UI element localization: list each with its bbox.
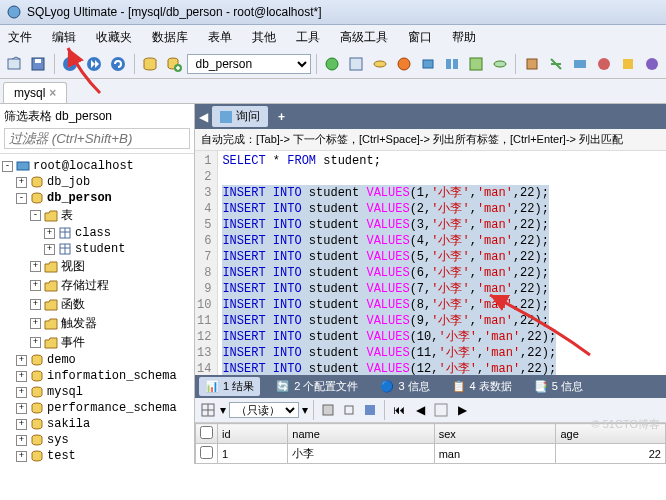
dropdown-icon[interactable]: ▾ bbox=[220, 403, 226, 417]
column-header[interactable]: id bbox=[218, 424, 288, 444]
tool9-icon[interactable] bbox=[521, 53, 542, 75]
menu-item[interactable]: 文件 bbox=[4, 27, 36, 48]
tree-item[interactable]: +事件 bbox=[2, 333, 192, 352]
tree-toggle[interactable]: + bbox=[16, 371, 27, 382]
save-icon[interactable] bbox=[28, 53, 49, 75]
tree-item[interactable]: +class bbox=[2, 225, 192, 241]
tree-item[interactable]: +demo bbox=[2, 352, 192, 368]
svg-rect-2 bbox=[8, 59, 20, 69]
tree-toggle[interactable]: + bbox=[30, 337, 41, 348]
grid2-icon[interactable] bbox=[432, 401, 450, 419]
tool12-icon[interactable] bbox=[593, 53, 614, 75]
tool1-icon[interactable] bbox=[322, 53, 343, 75]
result-tab[interactable]: 📑5 信息 bbox=[528, 377, 589, 396]
tree-item[interactable]: +performance_schema bbox=[2, 400, 192, 416]
tree-item[interactable]: +存储过程 bbox=[2, 276, 192, 295]
connection-tab-mysql[interactable]: mysql × bbox=[3, 82, 67, 103]
tool8-icon[interactable] bbox=[490, 53, 511, 75]
tool14-icon[interactable] bbox=[641, 53, 662, 75]
tool7-icon[interactable] bbox=[466, 53, 487, 75]
tool5-icon[interactable] bbox=[418, 53, 439, 75]
db-icon[interactable] bbox=[140, 53, 161, 75]
tool10-icon[interactable] bbox=[545, 53, 566, 75]
execute-icon[interactable] bbox=[60, 53, 81, 75]
tree-toggle[interactable]: - bbox=[30, 210, 41, 221]
result-tab[interactable]: 📋4 表数据 bbox=[446, 377, 518, 396]
tool3-icon[interactable] bbox=[370, 53, 391, 75]
column-header[interactable]: sex bbox=[434, 424, 556, 444]
grid-cell[interactable]: man bbox=[434, 444, 556, 464]
tree-item[interactable]: +student bbox=[2, 241, 192, 257]
tree-toggle[interactable]: + bbox=[30, 261, 41, 272]
query-history-icon[interactable]: ◀ bbox=[199, 110, 208, 124]
first-icon[interactable]: ⏮ bbox=[390, 401, 408, 419]
menu-item[interactable]: 编辑 bbox=[48, 27, 80, 48]
tree-toggle[interactable]: + bbox=[30, 280, 41, 291]
result-tab[interactable]: 🔵3 信息 bbox=[374, 377, 435, 396]
db-plus-icon[interactable] bbox=[164, 53, 185, 75]
tree-root[interactable]: -root@localhost bbox=[2, 158, 192, 174]
tree-toggle[interactable]: + bbox=[16, 419, 27, 430]
menu-item[interactable]: 表单 bbox=[204, 27, 236, 48]
tree-toggle[interactable]: - bbox=[16, 193, 27, 204]
grid-cell[interactable]: 1 bbox=[218, 444, 288, 464]
checkbox-header[interactable] bbox=[196, 424, 218, 444]
grid-cell[interactable]: 小李 bbox=[288, 444, 434, 464]
execute-all-icon[interactable] bbox=[84, 53, 105, 75]
menu-item[interactable]: 高级工具 bbox=[336, 27, 392, 48]
tool6-icon[interactable] bbox=[442, 53, 463, 75]
tree-toggle[interactable]: + bbox=[30, 299, 41, 310]
result-tab[interactable]: 📊1 结果 bbox=[199, 377, 260, 396]
tree-toggle[interactable]: + bbox=[16, 403, 27, 414]
column-header[interactable]: name bbox=[288, 424, 434, 444]
menu-item[interactable]: 数据库 bbox=[148, 27, 192, 48]
tree-item[interactable]: +db_job bbox=[2, 174, 192, 190]
dropdown2-icon[interactable]: ▾ bbox=[302, 403, 308, 417]
tree-item[interactable]: +test bbox=[2, 448, 192, 464]
sql-editor[interactable]: 12345678910111213141516171819 SELECT * F… bbox=[195, 151, 666, 375]
menu-item[interactable]: 其他 bbox=[248, 27, 280, 48]
tool11-icon[interactable] bbox=[569, 53, 590, 75]
refresh-icon[interactable] bbox=[108, 53, 129, 75]
tree-toggle[interactable]: + bbox=[16, 355, 27, 366]
new-connection-icon[interactable] bbox=[4, 53, 25, 75]
save-result-icon[interactable] bbox=[361, 401, 379, 419]
tree-toggle[interactable]: + bbox=[16, 387, 27, 398]
tree-toggle[interactable]: + bbox=[16, 451, 27, 462]
copy-icon[interactable] bbox=[340, 401, 358, 419]
tool4-icon[interactable] bbox=[394, 53, 415, 75]
tree-item[interactable]: -db_person bbox=[2, 190, 192, 206]
row-checkbox[interactable] bbox=[196, 444, 218, 464]
tree-toggle[interactable]: + bbox=[44, 244, 55, 255]
tree-item[interactable]: -表 bbox=[2, 206, 192, 225]
export-icon[interactable] bbox=[319, 401, 337, 419]
tree-toggle[interactable]: + bbox=[16, 435, 27, 446]
tool2-icon[interactable] bbox=[346, 53, 367, 75]
tree-item[interactable]: +mysql bbox=[2, 384, 192, 400]
query-tab[interactable]: 询问 bbox=[212, 106, 268, 127]
result-tab[interactable]: 🔄2 个配置文件 bbox=[270, 377, 364, 396]
menu-item[interactable]: 帮助 bbox=[448, 27, 480, 48]
tree-item[interactable]: +information_schema bbox=[2, 368, 192, 384]
menu-item[interactable]: 收藏夹 bbox=[92, 27, 136, 48]
grid-icon[interactable] bbox=[199, 401, 217, 419]
tree-toggle[interactable]: + bbox=[30, 318, 41, 329]
filter-input[interactable] bbox=[4, 128, 190, 149]
next-icon[interactable]: ▶ bbox=[453, 401, 471, 419]
grid-cell[interactable]: 22 bbox=[556, 444, 666, 464]
menu-item[interactable]: 工具 bbox=[292, 27, 324, 48]
tool13-icon[interactable] bbox=[617, 53, 638, 75]
database-selector[interactable]: db_person bbox=[187, 54, 311, 74]
tree-toggle[interactable]: + bbox=[44, 228, 55, 239]
tree-item[interactable]: +视图 bbox=[2, 257, 192, 276]
tree-item[interactable]: +触发器 bbox=[2, 314, 192, 333]
add-query-tab[interactable]: + bbox=[272, 110, 291, 124]
close-icon[interactable]: × bbox=[49, 86, 56, 100]
menu-item[interactable]: 窗口 bbox=[404, 27, 436, 48]
tree-item[interactable]: +函数 bbox=[2, 295, 192, 314]
readonly-selector[interactable]: （只读） bbox=[229, 402, 299, 418]
tree-item[interactable]: +sakila bbox=[2, 416, 192, 432]
tree-item[interactable]: +sys bbox=[2, 432, 192, 448]
tree-toggle[interactable]: + bbox=[16, 177, 27, 188]
prev-icon[interactable]: ◀ bbox=[411, 401, 429, 419]
